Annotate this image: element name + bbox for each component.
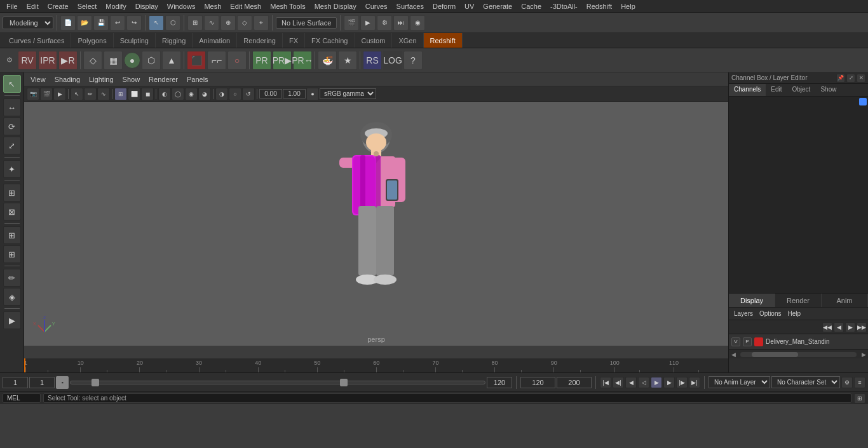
layer-prev-small[interactable]: ◀ (834, 322, 844, 332)
snap-surface-btn[interactable]: ◇ (237, 15, 252, 31)
cb-tab-edit[interactable]: Edit (766, 84, 787, 96)
snap-grid-btn[interactable]: ⊞ (187, 15, 203, 31)
tab-fx-caching[interactable]: FX Caching (305, 33, 355, 48)
vp-xray-btn[interactable]: ◯ (172, 88, 184, 100)
shelf-icon-help[interactable]: ? (403, 51, 423, 70)
vp-exposure-field[interactable] (259, 89, 282, 98)
viewport-canvas[interactable]: Y X Z persp (24, 102, 728, 346)
grp-lt-1[interactable]: ⊞ (3, 226, 21, 244)
vp-texture-btn[interactable]: ◉ (185, 88, 198, 100)
snap-magnet-btn[interactable]: ⌖ (254, 15, 269, 31)
select-tool-lt[interactable]: ↖ (3, 75, 21, 93)
tab-rendering[interactable]: Rendering (237, 33, 283, 48)
shelf-icon-ipr[interactable]: IPR (38, 51, 57, 70)
color-swatch-btn[interactable] (859, 98, 867, 105)
menu-curves[interactable]: Curves (362, 1, 391, 11)
menu-mesh-display[interactable]: Mesh Display (311, 1, 360, 11)
display-settings-btn[interactable]: ◉ (410, 15, 425, 31)
vp-shadow-btn[interactable]: ◑ (215, 88, 228, 100)
shelf-icon-loop[interactable]: ○ (227, 51, 247, 70)
cb-tab-show[interactable]: Show (815, 84, 841, 96)
layer-playback-p[interactable]: P (743, 337, 752, 346)
cb-close-btn[interactable]: ✕ (857, 74, 865, 83)
go-end-btn[interactable]: ▶| (689, 377, 700, 388)
open-file-btn[interactable]: 📂 (77, 15, 92, 31)
vp-camera-btn[interactable]: 📷 (27, 88, 39, 100)
slider-left-thumb[interactable] (92, 379, 99, 386)
vp-select-mode[interactable]: ↖ (71, 88, 83, 100)
shelf-icon-pr3[interactable]: PR↔ (293, 51, 312, 70)
vp-menu-panels[interactable]: Panels (183, 74, 212, 85)
next-key-btn[interactable]: |▶ (676, 377, 688, 388)
play-back-btn[interactable]: ◁ (638, 377, 649, 388)
next-frame-btn[interactable]: ▶ (663, 377, 675, 388)
timeline-range-slider[interactable] (70, 381, 485, 384)
shelf-icon-ipr2[interactable]: ▶R (58, 51, 78, 70)
layer-next-btn[interactable]: ▶▶ (857, 322, 867, 332)
vp-menu-lighting[interactable]: Lighting (85, 74, 118, 85)
tab-polygons[interactable]: Polygons (71, 33, 113, 48)
menu-create[interactable]: Create (44, 1, 72, 11)
scale-tool-lt[interactable]: ⤢ (3, 137, 21, 154)
current-frame-start[interactable] (3, 377, 28, 388)
lasso-tool-btn[interactable]: ⬡ (165, 15, 180, 31)
cb-resize-btn[interactable]: ⤢ (846, 74, 855, 83)
layer-color-swatch[interactable] (754, 337, 763, 346)
no-live-surface-label[interactable]: No Live Surface (276, 17, 337, 29)
layer-menu-help[interactable]: Help (785, 309, 803, 318)
go-start-btn[interactable]: |◀ (600, 377, 611, 388)
vp-menu-renderer[interactable]: Renderer (145, 74, 182, 85)
le-tab-anim[interactable]: Anim (822, 294, 868, 307)
paint-lt[interactable]: ✏ (3, 269, 21, 287)
anim-layer-select[interactable]: No Anim Layer (709, 376, 770, 388)
anim-settings-btn[interactable]: ≡ (854, 377, 865, 388)
tab-rigging[interactable]: Rigging (156, 33, 193, 48)
tab-curves-surfaces[interactable]: Curves / Surfaces (3, 33, 71, 48)
undo-btn[interactable]: ↩ (110, 15, 125, 31)
vp-gamma-field[interactable] (283, 89, 306, 98)
vp-light-btn[interactable]: ◕ (198, 88, 211, 100)
sculpt-lt[interactable]: ◈ (3, 288, 21, 306)
render-view-btn[interactable]: 🎬 (344, 15, 359, 31)
playback-range-indicator[interactable]: ▪ (56, 376, 69, 389)
shelf-icon-cube-red[interactable]: ⬛ (187, 51, 206, 70)
select-tool-btn[interactable]: ↖ (149, 15, 164, 31)
vp-quad-btn[interactable]: ⬜ (128, 88, 140, 100)
grp-lt-2[interactable]: ⊞ (3, 245, 21, 263)
vp-wireframe-btn[interactable]: ⊞ (114, 88, 127, 100)
tab-animation[interactable]: Animation (193, 33, 237, 48)
shelf-icon-diamond[interactable]: ◇ (83, 51, 102, 70)
playback-max-field[interactable] (557, 377, 592, 388)
cb-tab-channels[interactable]: Channels (729, 84, 766, 96)
vp-menu-shading[interactable]: Shading (51, 74, 84, 85)
menu-display[interactable]: Display (132, 1, 162, 11)
vp-ss-btn[interactable]: ○ (229, 88, 241, 100)
timeline-ruler[interactable]: 1102030405060708090100110120 (24, 358, 728, 372)
layer-next-small[interactable]: ▶ (845, 322, 855, 332)
tab-sculpting[interactable]: Sculpting (114, 33, 156, 48)
snap-tool-lt[interactable]: ⊞ (3, 184, 21, 201)
menu-windows[interactable]: Windows (163, 1, 200, 11)
menu-edit[interactable]: Edit (23, 1, 43, 11)
shelf-icon-shapes[interactable]: ⬡ (142, 51, 161, 70)
shelf-icon-grid[interactable]: ▦ (104, 51, 123, 70)
layer-menu-layers[interactable]: Layers (731, 309, 756, 318)
shelf-icon-mountain[interactable]: ▲ (162, 51, 181, 70)
menu-uv[interactable]: UV (461, 1, 478, 11)
vp-shaded-btn[interactable]: ◐ (158, 88, 171, 100)
cb-pin-btn[interactable]: 📌 (836, 74, 845, 83)
anim-options-btn[interactable]: ⚙ (841, 377, 853, 388)
new-file-btn[interactable]: 📄 (60, 15, 76, 31)
menu-redshift[interactable]: Redshift (583, 1, 616, 11)
layer-visibility-v[interactable]: V (731, 337, 740, 346)
layer-scrollbar[interactable]: ◀ ▶ (729, 350, 868, 358)
move-tool-lt[interactable]: ↔ (3, 98, 21, 116)
shelf-icon-sphere[interactable]: ● (124, 52, 140, 69)
layer-menu-options[interactable]: Options (757, 309, 783, 318)
vp-film-btn[interactable]: 🎬 (40, 88, 53, 100)
le-tab-display[interactable]: Display (729, 294, 775, 307)
menu-select[interactable]: Select (74, 1, 101, 11)
workspace-selector[interactable]: Modeling (3, 17, 53, 29)
tab-xgen[interactable]: XGen (392, 33, 423, 48)
shelf-icon-pr2[interactable]: PR▶ (273, 51, 292, 70)
